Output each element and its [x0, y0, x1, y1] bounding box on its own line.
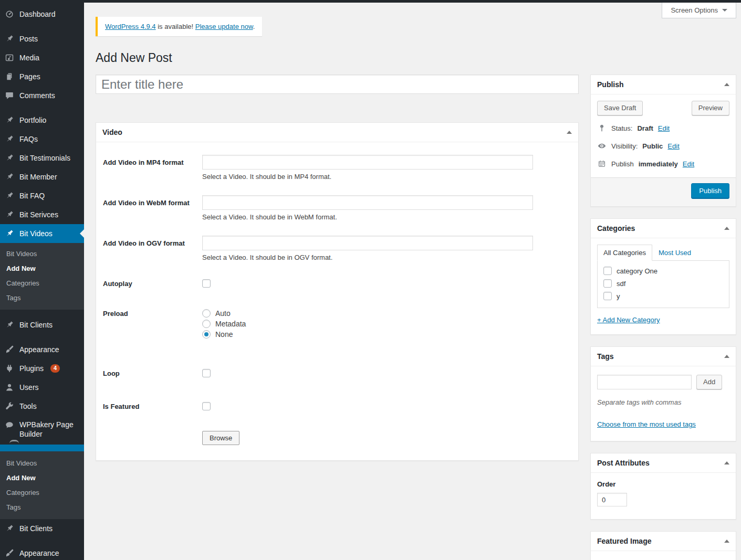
screen-options-tab[interactable]: Screen Options: [662, 3, 736, 18]
preload-none-radio[interactable]: [202, 330, 211, 339]
edit-schedule-link[interactable]: Edit: [683, 160, 694, 168]
pushpin-icon: [4, 191, 15, 201]
submenu-item-add-new[interactable]: Add New: [0, 471, 84, 485]
sidebar-item-posts[interactable]: Posts: [0, 29, 84, 48]
is-featured-checkbox[interactable]: [202, 402, 211, 410]
autoplay-checkbox[interactable]: [202, 279, 211, 288]
webm-help-text: Select a Video. It should be in WebM for…: [202, 213, 571, 221]
menu-separator: [0, 24, 84, 29]
submenu-item-bit-videos[interactable]: Bit Videos: [0, 247, 84, 261]
plug-icon: [4, 363, 15, 374]
dashboard-gauge-icon: [4, 9, 15, 19]
post-attributes-metabox-header[interactable]: Post Attributes: [591, 453, 736, 473]
featured-image-metabox-header[interactable]: Featured Image: [591, 532, 736, 551]
choose-most-used-tags-link[interactable]: Choose from the most used tags: [597, 420, 696, 428]
comment-bubble-icon: [4, 90, 15, 101]
collapse-toggle-icon[interactable]: [567, 131, 572, 134]
sidebar-item-label: Tools: [19, 401, 37, 411]
new-tag-input[interactable]: [597, 375, 692, 389]
bit-videos-submenu: Bit Videos Add New Categories Tags: [0, 243, 84, 310]
schedule-label: Publish: [611, 160, 634, 168]
sidebar-item-bit-videos[interactable]: Bit Videos: [0, 224, 84, 243]
save-draft-button[interactable]: Save Draft: [597, 101, 643, 115]
admin-content-area: Screen Options WordPress 4.9.4 is availa…: [84, 3, 741, 560]
pushpin-icon: [4, 523, 15, 534]
sidebar-item-bit-clients[interactable]: Bit Clients: [0, 315, 84, 334]
preload-metadata-label: Metadata: [215, 319, 246, 329]
loop-checkbox[interactable]: [202, 369, 211, 377]
sidebar-item-plugins[interactable]: Plugins 4: [0, 359, 84, 378]
submenu-item-tags[interactable]: Tags: [0, 291, 84, 305]
sidebar-item-label: Comments: [19, 91, 55, 100]
sidebar-item-bit-faq[interactable]: Bit FAQ: [0, 186, 84, 205]
preload-none-label: None: [215, 330, 233, 339]
post-attributes-metabox: Post Attributes Order: [590, 453, 736, 520]
sidebar-item-faqs[interactable]: FAQs: [0, 130, 84, 149]
preload-auto-radio[interactable]: [202, 309, 211, 318]
add-tag-button[interactable]: Add: [696, 375, 722, 389]
notice-text: is available!: [156, 23, 195, 30]
submenu-item-categories[interactable]: Categories: [0, 485, 84, 500]
tab-all-categories[interactable]: All Categories: [597, 245, 652, 261]
sidebar-item-bit-clients[interactable]: Bit Clients: [0, 519, 84, 538]
sidebar-item-label: Bit Testimonials: [19, 153, 70, 163]
sidebar-item-bit-serivces[interactable]: Bit Serivces: [0, 205, 84, 224]
notice-period: .: [253, 23, 255, 30]
mp4-url-input[interactable]: [202, 155, 533, 170]
submenu-item-categories[interactable]: Categories: [0, 276, 84, 291]
category-sdf-checkbox[interactable]: [603, 279, 612, 288]
visibility-row: Visibility: Public Edit: [597, 141, 729, 151]
sidebar-item-appearance[interactable]: Appearance: [0, 544, 84, 560]
clipped-active-menu-item[interactable]: [0, 445, 84, 451]
preload-option-none: None: [202, 330, 571, 339]
sidebar-item-users[interactable]: Users: [0, 378, 84, 397]
tags-hint-text: Separate tags with commas: [597, 398, 729, 406]
preload-auto-label: Auto: [215, 309, 231, 318]
collapse-toggle-icon[interactable]: [724, 83, 729, 86]
sidebar-item-wpbakery[interactable]: WPBakery Page Builder: [0, 416, 84, 443]
post-title-input[interactable]: [96, 75, 579, 94]
sidebar-item-appearance[interactable]: Appearance: [0, 340, 84, 359]
submenu-item-bit-videos[interactable]: Bit Videos: [0, 456, 84, 471]
tab-most-used[interactable]: Most Used: [652, 245, 697, 260]
categories-metabox-header[interactable]: Categories: [591, 219, 736, 238]
collapse-toggle-icon[interactable]: [724, 227, 729, 230]
edit-status-link[interactable]: Edit: [658, 124, 670, 132]
tags-metabox-header[interactable]: Tags: [591, 347, 736, 366]
visibility-value: Public: [642, 142, 663, 150]
collapse-toggle-icon[interactable]: [724, 355, 729, 358]
sidebar-item-media[interactable]: Media: [0, 48, 84, 67]
publish-button[interactable]: Publish: [691, 183, 729, 199]
publish-metabox-header[interactable]: Publish: [591, 75, 736, 94]
sidebar-item-pages[interactable]: Pages: [0, 67, 84, 86]
category-y-checkbox[interactable]: [603, 292, 612, 300]
collapse-toggle-icon[interactable]: [724, 540, 729, 543]
edit-visibility-link[interactable]: Edit: [667, 142, 679, 150]
webm-url-input[interactable]: [202, 195, 533, 210]
category-label: y: [617, 292, 620, 300]
sidebar-item-portfolio[interactable]: Portfolio: [0, 111, 84, 130]
sidebar-item-dashboard[interactable]: Dashboard: [0, 5, 84, 24]
sidebar-item-comments[interactable]: Comments: [0, 86, 84, 105]
update-now-link[interactable]: Please update now: [195, 23, 253, 30]
video-metabox-header[interactable]: Video: [96, 123, 578, 142]
submenu-item-tags[interactable]: Tags: [0, 500, 84, 515]
preview-button[interactable]: Preview: [692, 101, 729, 115]
clipped-icon-remnant: [9, 440, 19, 443]
sidebar-item-label: Plugins: [19, 364, 44, 373]
sidebar-item-bit-member[interactable]: Bit Member: [0, 167, 84, 186]
add-new-category-link[interactable]: + Add New Category: [597, 316, 660, 324]
sidebar-item-bit-testimonials[interactable]: Bit Testimonials: [0, 149, 84, 167]
pushpin-icon: [4, 134, 15, 144]
browse-button[interactable]: Browse: [202, 431, 239, 445]
ogv-url-input[interactable]: [202, 236, 533, 250]
wordpress-version-link[interactable]: WordPress 4.9.4: [105, 23, 156, 30]
preload-metadata-radio[interactable]: [202, 320, 211, 328]
submenu-item-add-new[interactable]: Add New: [0, 261, 84, 276]
mp4-field-row: Add Video in MP4 format Select a Video. …: [103, 155, 571, 181]
category-one-checkbox[interactable]: [603, 267, 612, 275]
collapse-toggle-icon[interactable]: [724, 461, 729, 464]
sidebar-item-label: Bit Clients: [19, 524, 53, 533]
sidebar-item-tools[interactable]: Tools: [0, 397, 84, 416]
order-input[interactable]: [597, 493, 627, 506]
